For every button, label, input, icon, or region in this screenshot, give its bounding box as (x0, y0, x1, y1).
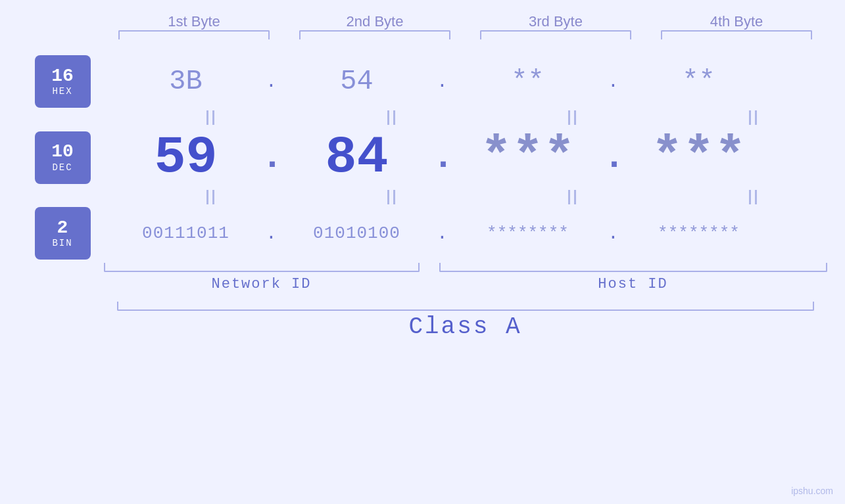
hex-b1: 3B (110, 66, 262, 97)
dec-badge-number: 10 (51, 142, 74, 162)
bin-dot3: . (604, 223, 623, 244)
dec-badge: 10 DEC (35, 131, 91, 184)
bin-b4-value: ******** (658, 223, 740, 243)
bin-row: 2 BIN 00111011 . 01010100 . ******** . *… (35, 207, 837, 260)
bottom-labels: Network ID Host ID (104, 276, 827, 292)
dec-dot3: . (604, 137, 623, 178)
sep5 (135, 190, 286, 204)
hex-b2: 54 (281, 66, 433, 97)
bin-values: 00111011 . 01010100 . ******** . *******… (110, 223, 837, 244)
hex-b1-value: 3B (169, 66, 202, 97)
sep2 (316, 110, 467, 125)
bin-b4: ******** (623, 223, 775, 243)
byte1-header: 1st Byte (118, 13, 270, 30)
sep7 (496, 190, 648, 204)
bracket-gap1 (420, 263, 439, 272)
bin-badge: 2 BIN (35, 207, 91, 260)
sep6 (316, 190, 467, 204)
bin-b2-value: 01010100 (313, 223, 400, 243)
dec-b1-value: 59 (154, 127, 217, 187)
bin-badge-label: BIN (52, 238, 72, 248)
rows-wrapper: 16 HEX 3B . 54 . ** . ** (9, 55, 837, 260)
host-id-label: Host ID (439, 276, 827, 292)
class-label: Class A (117, 313, 814, 340)
bin-dot1: . (262, 223, 281, 244)
byte4-header: 4th Byte (661, 13, 812, 30)
bin-b2: 01010100 (281, 223, 433, 243)
bin-b1-value: 00111011 (142, 223, 229, 243)
dec-row: 10 DEC 59 . 84 . *** . *** (35, 127, 837, 187)
net-bracket (104, 263, 420, 272)
bracket-byte2 (299, 30, 450, 39)
hex-badge: 16 HEX (35, 55, 91, 108)
hex-badge-number: 16 (51, 66, 74, 87)
dec-dot2: . (433, 137, 452, 178)
class-bracket (117, 302, 814, 311)
bottom-brackets (104, 263, 827, 272)
dec-values: 59 . 84 . *** . *** (110, 127, 837, 187)
byte2-header: 2nd Byte (299, 13, 450, 30)
bottom-section: Network ID Host ID (104, 263, 827, 292)
dec-b2-value: 84 (325, 127, 388, 187)
dec-badge-label: DEC (52, 162, 72, 173)
network-id-label: Network ID (104, 276, 420, 292)
bin-dot2: . (433, 223, 452, 244)
sep-hex-dec (120, 108, 844, 127)
sep1 (135, 110, 286, 125)
hex-dot2: . (433, 72, 452, 92)
watermark: ipshu.com (791, 486, 833, 496)
dec-b1: 59 (110, 127, 262, 187)
bin-b3-value: ******** (487, 223, 569, 243)
hex-b4-value: ** (682, 66, 715, 97)
hex-b4: ** (623, 66, 775, 97)
hex-values: 3B . 54 . ** . ** (110, 66, 837, 97)
byte-headers: 1st Byte 2nd Byte 3rd Byte 4th Byte (104, 13, 827, 30)
byte3-header: 3rd Byte (480, 13, 631, 30)
hex-dot3: . (604, 72, 623, 92)
sep3 (496, 110, 648, 125)
bin-badge-number: 2 (57, 218, 68, 239)
hex-dot1: . (262, 72, 281, 92)
sep8 (677, 190, 829, 204)
bracket-byte4 (661, 30, 812, 39)
bin-b3: ******** (452, 223, 604, 243)
dec-b2: 84 (281, 127, 433, 187)
sep4 (677, 110, 829, 125)
dec-b4-value: *** (651, 127, 746, 187)
dec-b3-value: *** (480, 127, 575, 187)
dec-b3: *** (452, 127, 604, 187)
label-gap (420, 276, 439, 292)
dec-b4: *** (623, 127, 775, 187)
hex-b2-value: 54 (340, 66, 373, 97)
hex-b3: ** (452, 66, 604, 97)
hex-row: 16 HEX 3B . 54 . ** . ** (35, 55, 837, 108)
bracket-byte3 (480, 30, 631, 39)
main-container: 1st Byte 2nd Byte 3rd Byte 4th Byte 16 H… (0, 0, 845, 504)
bin-b1: 00111011 (110, 223, 262, 243)
hex-badge-label: HEX (52, 86, 72, 97)
bracket-byte1 (118, 30, 270, 39)
host-bracket (439, 263, 827, 272)
dec-dot1: . (262, 137, 281, 178)
sep-dec-bin (120, 187, 844, 207)
top-brackets (104, 30, 827, 42)
hex-b3-value: ** (511, 66, 544, 97)
